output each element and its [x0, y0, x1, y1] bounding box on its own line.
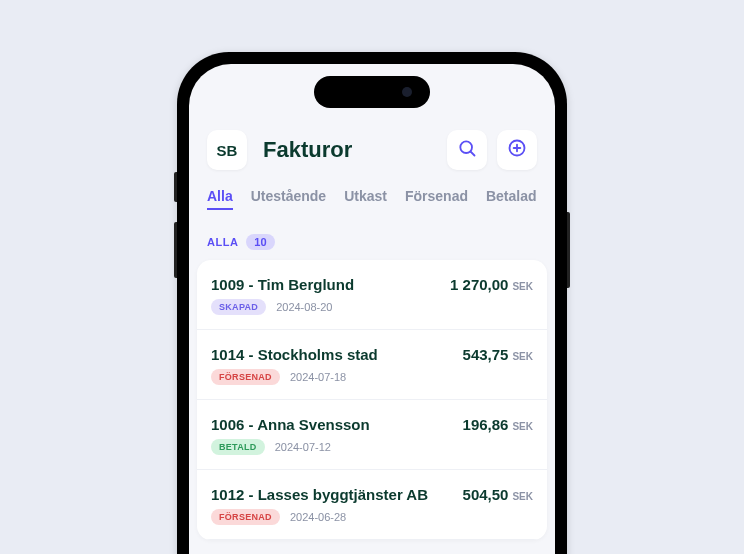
tab-alla[interactable]: Alla [207, 188, 233, 210]
plus-circle-icon [507, 138, 527, 162]
invoice-date: 2024-06-28 [290, 511, 346, 523]
list-item[interactable]: 1014 - Stockholms stad 543,75 SEK FÖRSEN… [197, 330, 547, 400]
amount-currency: SEK [512, 421, 533, 432]
invoice-amount: 504,50 SEK [463, 486, 533, 503]
status-badge: SKAPAD [211, 299, 266, 315]
add-button[interactable] [497, 130, 537, 170]
invoice-date: 2024-07-18 [290, 371, 346, 383]
invoice-list: 1009 - Tim Berglund 1 270,00 SEK SKAPAD … [197, 260, 547, 540]
invoice-title: 1009 - Tim Berglund [211, 276, 354, 293]
amount-currency: SEK [512, 281, 533, 292]
amount-value: 543,75 [463, 346, 509, 363]
section-label: ALLA [207, 236, 238, 248]
phone-screen: SB Fakturor [189, 64, 555, 554]
amount-value: 504,50 [463, 486, 509, 503]
tab-betalad[interactable]: Betalad [486, 188, 537, 210]
count-badge: 10 [246, 234, 274, 250]
invoice-amount: 196,86 SEK [463, 416, 533, 433]
invoice-date: 2024-07-12 [275, 441, 331, 453]
invoice-amount: 543,75 SEK [463, 346, 533, 363]
invoice-amount: 1 270,00 SEK [450, 276, 533, 293]
status-badge: FÖRSENAD [211, 509, 280, 525]
app-content: SB Fakturor [189, 64, 555, 554]
list-item[interactable]: 1012 - Lasses byggtjänster AB 504,50 SEK… [197, 470, 547, 540]
tab-utestaende[interactable]: Utestående [251, 188, 326, 210]
amount-value: 196,86 [463, 416, 509, 433]
dynamic-island [314, 76, 430, 108]
amount-value: 1 270,00 [450, 276, 508, 293]
phone-side-button [567, 212, 570, 288]
avatar[interactable]: SB [207, 130, 247, 170]
search-icon [457, 138, 477, 162]
list-item[interactable]: 1006 - Anna Svensson 196,86 SEK BETALD 2… [197, 400, 547, 470]
amount-currency: SEK [512, 491, 533, 502]
invoice-title: 1012 - Lasses byggtjänster AB [211, 486, 428, 503]
invoice-title: 1006 - Anna Svensson [211, 416, 370, 433]
invoice-title: 1014 - Stockholms stad [211, 346, 378, 363]
phone-frame: SB Fakturor [177, 52, 567, 554]
status-badge: FÖRSENAD [211, 369, 280, 385]
filter-tabs: Alla Utestående Utkast Försenad Betalad [189, 184, 555, 224]
tab-utkast[interactable]: Utkast [344, 188, 387, 210]
section-header: ALLA 10 [189, 224, 555, 260]
status-badge: BETALD [211, 439, 265, 455]
list-item[interactable]: 1009 - Tim Berglund 1 270,00 SEK SKAPAD … [197, 260, 547, 330]
svg-line-1 [471, 152, 475, 156]
search-button[interactable] [447, 130, 487, 170]
invoice-date: 2024-08-20 [276, 301, 332, 313]
tab-forsenad[interactable]: Försenad [405, 188, 468, 210]
app-header: SB Fakturor [189, 122, 555, 184]
page-title: Fakturor [257, 137, 437, 163]
amount-currency: SEK [512, 351, 533, 362]
